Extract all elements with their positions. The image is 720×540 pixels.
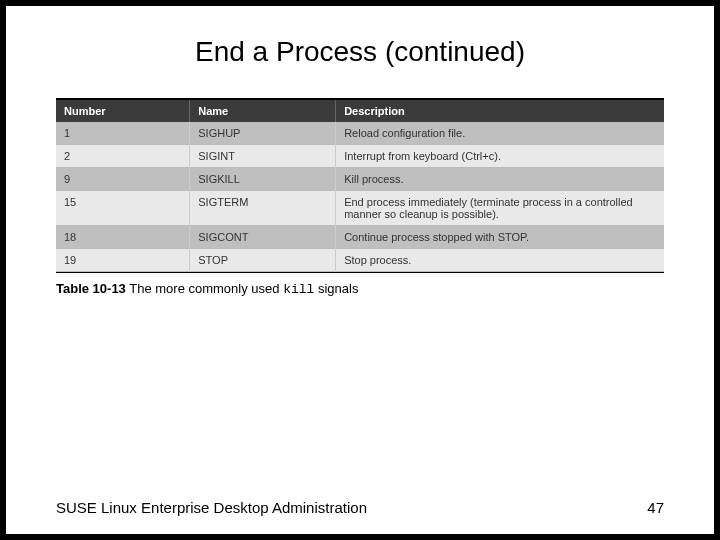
- cell-description: Reload configuration file.: [336, 122, 664, 145]
- footer-title: SUSE Linux Enterprise Desktop Administra…: [56, 499, 367, 516]
- cell-description: Kill process.: [336, 168, 664, 191]
- cell-number: 19: [56, 249, 190, 272]
- header-description: Description: [336, 100, 664, 122]
- header-name: Name: [190, 100, 336, 122]
- cell-description: Stop process.: [336, 249, 664, 272]
- cell-number: 18: [56, 226, 190, 249]
- table-caption: Table 10-13 The more commonly used kill …: [56, 281, 664, 297]
- caption-text-after: signals: [314, 281, 358, 296]
- page-number: 47: [647, 499, 664, 516]
- table-row: 15 SIGTERM End process immediately (term…: [56, 191, 664, 226]
- cell-description: End process immediately (terminate proce…: [336, 191, 664, 226]
- cell-number: 9: [56, 168, 190, 191]
- cell-number: 1: [56, 122, 190, 145]
- caption-label: Table 10-13: [56, 281, 126, 296]
- cell-number: 15: [56, 191, 190, 226]
- cell-number: 2: [56, 145, 190, 168]
- caption-code: kill: [283, 282, 314, 297]
- slide-footer: SUSE Linux Enterprise Desktop Administra…: [56, 499, 664, 516]
- table-row: 9 SIGKILL Kill process.: [56, 168, 664, 191]
- cell-name: SIGTERM: [190, 191, 336, 226]
- table-row: 2 SIGINT Interrupt from keyboard (Ctrl+c…: [56, 145, 664, 168]
- cell-name: SIGKILL: [190, 168, 336, 191]
- cell-name: SIGHUP: [190, 122, 336, 145]
- signals-table: Number Name Description 1 SIGHUP Reload …: [56, 100, 664, 272]
- cell-name: STOP: [190, 249, 336, 272]
- table-header-row: Number Name Description: [56, 100, 664, 122]
- slide: End a Process (continued) Number Name De…: [6, 6, 714, 534]
- cell-description: Interrupt from keyboard (Ctrl+c).: [336, 145, 664, 168]
- table-row: 18 SIGCONT Continue process stopped with…: [56, 226, 664, 249]
- signals-table-wrap: Number Name Description 1 SIGHUP Reload …: [56, 98, 664, 273]
- header-number: Number: [56, 100, 190, 122]
- table-row: 19 STOP Stop process.: [56, 249, 664, 272]
- caption-text-before: The more commonly used: [126, 281, 283, 296]
- page-title: End a Process (continued): [56, 36, 664, 68]
- cell-name: SIGCONT: [190, 226, 336, 249]
- cell-description: Continue process stopped with STOP.: [336, 226, 664, 249]
- cell-name: SIGINT: [190, 145, 336, 168]
- table-row: 1 SIGHUP Reload configuration file.: [56, 122, 664, 145]
